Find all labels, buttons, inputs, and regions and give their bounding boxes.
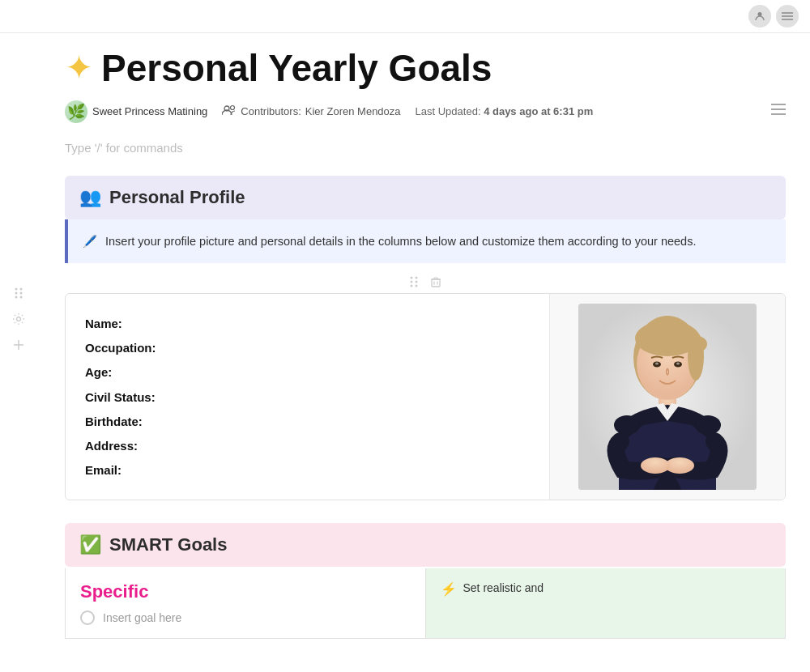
field-name: Name: xyxy=(85,312,530,335)
svg-point-42 xyxy=(695,415,721,435)
svg-point-19 xyxy=(416,277,418,279)
field-civil-status-label: Civil Status: xyxy=(85,390,182,404)
goal-item: Insert goal here xyxy=(80,610,411,625)
svg-point-37 xyxy=(655,363,659,365)
author-info: 🌿 Sweet Princess Matining xyxy=(65,100,207,123)
avatar-emoji: 🌿 xyxy=(67,103,85,121)
left-gutter xyxy=(0,33,65,672)
field-occupation: Occupation: xyxy=(85,336,530,359)
main-container: ✦ Personal Yearly Goals 🌿 Sweet Princess… xyxy=(0,33,810,672)
svg-point-18 xyxy=(411,277,413,279)
settings-icon[interactable] xyxy=(10,310,28,328)
last-updated-label: Last Updated: xyxy=(416,105,481,117)
field-birthdate-label: Birthdate: xyxy=(85,415,182,428)
checkmark-icon: ✅ xyxy=(79,534,101,555)
sidebar-toggle-icon[interactable] xyxy=(771,103,786,120)
profile-photo xyxy=(578,304,757,490)
svg-point-4 xyxy=(15,288,18,291)
svg-point-41 xyxy=(614,415,640,435)
profile-info-block: 🖊️ Insert your profile picture and perso… xyxy=(65,219,786,263)
svg-point-34 xyxy=(688,336,707,352)
svg-point-9 xyxy=(20,296,23,299)
top-bar xyxy=(0,0,810,33)
svg-point-23 xyxy=(416,285,418,287)
contributors-label: Contributors: xyxy=(241,105,301,117)
realistic-column: ⚡ Set realistic and xyxy=(426,568,786,638)
goal-radio[interactable] xyxy=(80,610,95,625)
profile-section-icon: 👥 xyxy=(79,187,101,208)
smart-goals-row: Specific Insert goal here ⚡ Set realisti… xyxy=(65,568,786,639)
profile-card: Name: Occupation: Age: Civil Status: Bir… xyxy=(65,293,786,500)
realistic-text: Set realistic and xyxy=(463,581,544,594)
svg-point-14 xyxy=(231,106,235,110)
smart-goals-section: ✅ SMART Goals Specific Insert goal here … xyxy=(65,523,786,639)
svg-point-21 xyxy=(416,281,418,283)
last-updated-value: 4 days ago at 6:31 pm xyxy=(484,105,593,117)
svg-point-10 xyxy=(17,317,21,321)
add-block-icon[interactable] xyxy=(10,336,28,354)
field-occupation-label: Occupation: xyxy=(85,341,182,355)
last-updated: Last Updated: 4 days ago at 6:31 pm xyxy=(416,105,594,117)
command-input[interactable] xyxy=(65,138,786,158)
contributors-info: Contributors: Kier Zoren Mendoza xyxy=(222,104,400,118)
author-name: Sweet Princess Matining xyxy=(92,105,207,117)
meta-row: 🌿 Sweet Princess Matining Contributors: … xyxy=(65,100,786,123)
specific-label: Specific xyxy=(80,581,411,602)
block-controls-row xyxy=(65,276,786,290)
svg-point-7 xyxy=(20,292,23,295)
drag-handle-icon[interactable] xyxy=(10,284,28,302)
field-civil-status: Civil Status: xyxy=(85,385,530,409)
field-address-label: Address: xyxy=(85,439,182,453)
svg-rect-24 xyxy=(432,279,440,287)
page-title-row: ✦ Personal Yearly Goals xyxy=(65,48,786,89)
pencil-icon: 🖊️ xyxy=(83,235,97,248)
sparkle-icon: ✦ xyxy=(65,51,93,85)
block-drag-icon[interactable] xyxy=(409,276,419,290)
block-delete-icon[interactable] xyxy=(430,276,441,290)
svg-point-0 xyxy=(758,12,762,16)
profile-photo-area xyxy=(550,294,785,500)
goal-placeholder-text: Insert goal here xyxy=(103,611,181,624)
profile-info-text: Insert your profile picture and personal… xyxy=(105,235,696,248)
person-icon[interactable] xyxy=(748,5,771,28)
svg-point-6 xyxy=(15,292,18,295)
svg-point-8 xyxy=(15,296,18,299)
field-name-label: Name: xyxy=(85,317,182,330)
specific-column: Specific Insert goal here xyxy=(66,568,426,638)
lightning-icon: ⚡ xyxy=(441,581,457,597)
avatar: 🌿 xyxy=(65,100,87,123)
page-title: Personal Yearly Goals xyxy=(101,48,492,89)
field-email: Email: xyxy=(85,458,530,482)
svg-point-38 xyxy=(676,363,680,365)
field-birthdate: Birthdate: xyxy=(85,410,530,433)
smart-goals-title: SMART Goals xyxy=(109,534,227,555)
svg-point-22 xyxy=(411,285,413,287)
menu-lines-icon[interactable] xyxy=(776,5,799,28)
block-controls-gutter xyxy=(10,284,28,354)
contributors-icon xyxy=(222,104,237,118)
content-area: ✦ Personal Yearly Goals 🌿 Sweet Princess… xyxy=(65,33,810,672)
svg-point-20 xyxy=(411,281,413,283)
contributors-name: Kier Zoren Mendoza xyxy=(305,105,401,117)
field-address: Address: xyxy=(85,434,530,457)
smart-goals-header: ✅ SMART Goals xyxy=(65,523,786,567)
field-age: Age: xyxy=(85,360,530,384)
profile-section-title: Personal Profile xyxy=(109,187,245,208)
personal-profile-header: 👥 Personal Profile xyxy=(65,176,786,219)
svg-point-40 xyxy=(641,457,670,474)
svg-point-5 xyxy=(20,288,23,291)
profile-fields: Name: Occupation: Age: Civil Status: Bir… xyxy=(66,294,550,500)
field-email-label: Email: xyxy=(85,463,182,477)
field-age-label: Age: xyxy=(85,365,182,379)
realistic-content: ⚡ Set realistic and xyxy=(441,581,771,597)
